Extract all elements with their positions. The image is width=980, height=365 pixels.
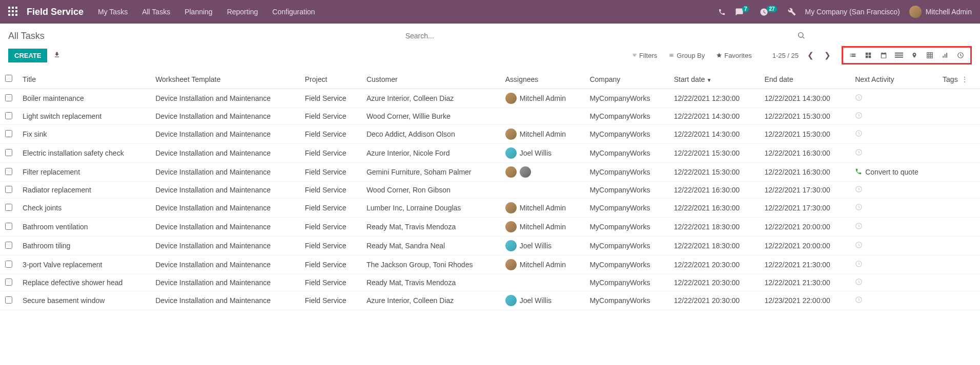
row-checkbox[interactable] — [5, 296, 12, 304]
clock-icon[interactable] — [855, 149, 863, 158]
nav-configuration[interactable]: Configuration — [272, 8, 315, 16]
clock-icon[interactable] — [855, 131, 863, 139]
table-row[interactable]: Filter replacementDevice Installation an… — [0, 163, 980, 182]
clock-icon[interactable] — [855, 95, 863, 103]
view-gantt[interactable] — [891, 49, 907, 62]
table-row[interactable]: Light switch replacementDevice Installat… — [0, 108, 980, 125]
search-input[interactable] — [403, 29, 793, 43]
avatar[interactable] — [520, 166, 531, 178]
table-row[interactable]: Secure basement windowDevice Installatio… — [0, 291, 980, 310]
table-row[interactable]: Electric installation safety checkDevice… — [0, 144, 980, 163]
table-row[interactable]: Check jointsDevice Installation and Main… — [0, 199, 980, 218]
groupby-button[interactable]: Group By — [668, 52, 705, 59]
row-checkbox[interactable] — [5, 112, 12, 119]
phone-icon[interactable] — [718, 8, 726, 16]
company-selector[interactable]: My Company (San Francisco) — [805, 8, 900, 16]
col-start[interactable]: Start date▼ — [669, 70, 760, 89]
col-end[interactable]: End date — [759, 70, 850, 89]
avatar[interactable] — [505, 166, 517, 178]
avatar[interactable] — [505, 221, 517, 232]
row-checkbox[interactable] — [5, 130, 12, 137]
cell-customer: Wood Corner, Ron Gibson — [361, 182, 500, 199]
column-options-icon[interactable]: ⋮ — [961, 75, 968, 83]
apps-icon[interactable] — [8, 7, 18, 17]
view-activity[interactable] — [953, 49, 968, 62]
table-row[interactable]: Fix sinkDevice Installation and Maintena… — [0, 125, 980, 144]
debug-icon[interactable] — [788, 8, 796, 16]
col-title[interactable]: Title — [17, 70, 150, 89]
activities-icon[interactable]: 27 — [760, 8, 778, 16]
row-checkbox[interactable] — [5, 204, 12, 211]
user-menu[interactable]: Mitchell Admin — [909, 6, 972, 18]
cell-company: MyCompanyWorks — [584, 108, 668, 125]
pager-next[interactable]: ❯ — [823, 49, 832, 61]
pager-text[interactable]: 1-25 / 25 — [772, 52, 799, 59]
nav-my-tasks[interactable]: My Tasks — [98, 8, 128, 16]
app-title[interactable]: Field Service — [27, 7, 84, 17]
view-pivot[interactable] — [922, 49, 937, 62]
avatar[interactable] — [505, 128, 517, 140]
row-checkbox[interactable] — [5, 242, 12, 249]
col-company[interactable]: Company — [584, 70, 668, 89]
filters-button[interactable]: Filters — [632, 52, 657, 59]
view-list[interactable] — [845, 49, 861, 62]
download-button[interactable] — [53, 51, 60, 60]
row-checkbox[interactable] — [5, 94, 12, 101]
view-map[interactable] — [907, 49, 922, 62]
clock-icon[interactable] — [855, 223, 863, 231]
select-all-checkbox[interactable] — [5, 75, 12, 82]
nav-reporting[interactable]: Reporting — [227, 8, 258, 16]
avatar[interactable] — [505, 93, 517, 104]
col-project[interactable]: Project — [300, 70, 361, 89]
cell-title: Bathroom tiling — [17, 237, 150, 255]
view-kanban[interactable] — [861, 49, 876, 62]
col-activity[interactable]: Next Activity — [850, 70, 937, 89]
table-row[interactable]: Replace defective shower headDevice Inst… — [0, 274, 980, 291]
cell-worksheet: Device Installation and Maintenance — [150, 291, 300, 310]
avatar[interactable] — [505, 259, 517, 270]
favorites-button[interactable]: Favorites — [716, 52, 751, 59]
row-checkbox[interactable] — [5, 261, 12, 268]
table-row[interactable]: Boiler maintenanceDevice Installation an… — [0, 89, 980, 108]
assignee-name: Joel Willis — [520, 242, 552, 250]
row-checkbox[interactable] — [5, 149, 12, 156]
row-checkbox[interactable] — [5, 168, 12, 175]
view-graph[interactable] — [937, 49, 953, 62]
cell-worksheet: Device Installation and Maintenance — [150, 89, 300, 108]
user-avatar — [909, 6, 922, 18]
table-row[interactable]: Bathroom tilingDevice Installation and M… — [0, 237, 980, 255]
nav-all-tasks[interactable]: All Tasks — [142, 8, 170, 16]
clock-icon[interactable] — [855, 204, 863, 212]
cell-tags — [937, 199, 980, 218]
row-checkbox[interactable] — [5, 186, 12, 193]
svg-rect-13 — [866, 56, 868, 58]
pager-prev[interactable]: ❮ — [806, 49, 815, 61]
table-row[interactable]: 3-port Valve replacementDevice Installat… — [0, 255, 980, 274]
clock-icon[interactable] — [855, 297, 863, 305]
clock-icon[interactable] — [855, 186, 863, 195]
avatar[interactable] — [505, 295, 517, 306]
col-assignees[interactable]: Assignees — [500, 70, 585, 89]
phone-icon[interactable] — [855, 168, 862, 177]
cell-title: 3-port Valve replacement — [17, 255, 150, 274]
clock-icon[interactable] — [855, 113, 863, 121]
table-row[interactable]: Radiator replacementDevice Installation … — [0, 182, 980, 199]
nav-planning[interactable]: Planning — [185, 8, 213, 16]
messages-icon[interactable]: 7 — [735, 8, 751, 16]
avatar[interactable] — [505, 147, 517, 159]
view-calendar[interactable] — [876, 49, 891, 62]
avatar[interactable] — [505, 202, 517, 213]
col-customer[interactable]: Customer — [361, 70, 500, 89]
clock-icon[interactable] — [855, 279, 863, 287]
create-button[interactable]: CREATE — [8, 49, 47, 62]
row-checkbox[interactable] — [5, 223, 12, 230]
row-checkbox[interactable] — [5, 278, 12, 286]
cell-project: Field Service — [300, 108, 361, 125]
avatar[interactable] — [505, 240, 517, 251]
col-worksheet[interactable]: Worksheet Template — [150, 70, 300, 89]
col-tags[interactable]: Tags⋮ — [937, 70, 980, 89]
search-icon[interactable] — [793, 29, 809, 43]
clock-icon[interactable] — [855, 242, 863, 250]
clock-icon[interactable] — [855, 261, 863, 269]
table-row[interactable]: Bathroom ventilationDevice Installation … — [0, 218, 980, 237]
